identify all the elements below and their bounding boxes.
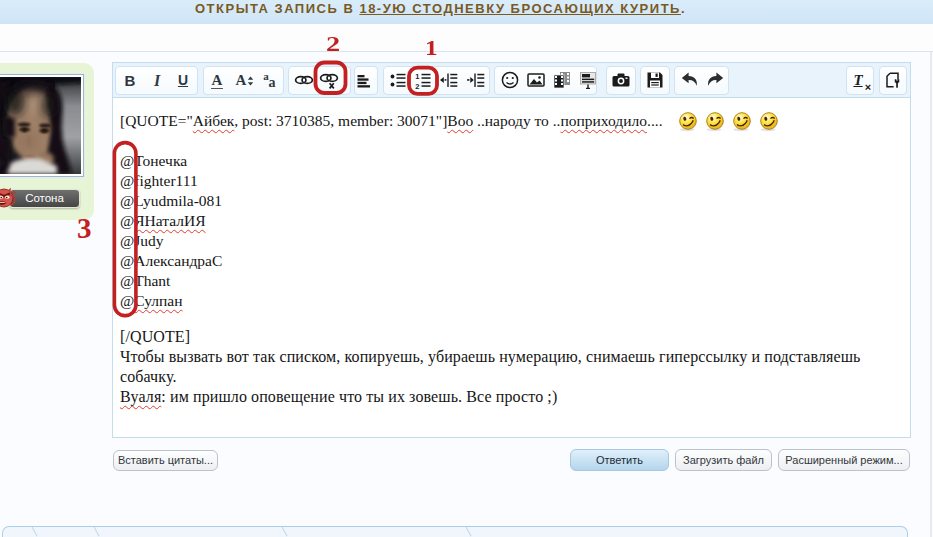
- svg-text:1: 1: [415, 72, 419, 81]
- svg-text:2: 2: [415, 82, 419, 91]
